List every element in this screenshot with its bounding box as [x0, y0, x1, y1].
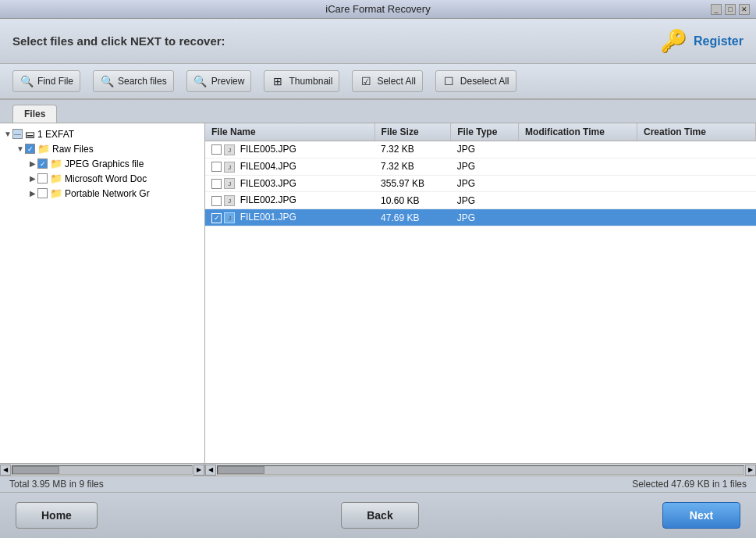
preview-button[interactable]: 🔍 Preview — [186, 70, 252, 92]
checkbox-drive[interactable]: — — [12, 129, 23, 139]
expander-drive[interactable]: ▼ — [3, 130, 12, 139]
cell-modtime-file003 — [519, 175, 637, 192]
filename-text-file005: FILE005.JPG — [240, 144, 296, 155]
find-file-button[interactable]: 🔍 Find File — [12, 70, 80, 92]
tree-label-word: Microsoft Word Doc — [65, 173, 147, 184]
list-scroll-thumb — [218, 466, 264, 474]
expander-raw-files[interactable]: ▼ — [16, 144, 25, 154]
tab-files[interactable]: Files — [12, 105, 57, 123]
list-hscroll: ◀ ▶ — [205, 464, 756, 476]
total-status: Total 3.95 MB in 9 files — [9, 479, 104, 490]
folder-icon-png: 📁 — [50, 187, 62, 199]
tree-label-raw-files: Raw Files — [52, 144, 94, 155]
file-list-panel: File Name File Size File Type Modificati… — [205, 123, 756, 463]
back-button[interactable]: Back — [341, 502, 419, 529]
maximize-button[interactable]: □ — [725, 4, 736, 15]
expander-png[interactable]: ▶ — [28, 189, 37, 198]
row-checkbox-file004[interactable] — [211, 162, 222, 172]
tree-scroll-left[interactable]: ◀ — [0, 465, 11, 476]
filename-text-file001: FILE001.JPG — [240, 212, 296, 223]
select-all-icon: ☑ — [359, 74, 373, 88]
tree-item-drive[interactable]: ▼ — 🖴 1 EXFAT — [0, 126, 204, 141]
cell-filetype-file004: JPG — [451, 158, 519, 175]
expander-jpeg[interactable]: ▶ — [28, 159, 37, 169]
close-button[interactable]: ✕ — [739, 4, 750, 15]
cell-modtime-file005 — [519, 141, 637, 159]
register-button[interactable]: 🔑 Register — [660, 28, 744, 54]
find-file-icon: 🔍 — [20, 74, 34, 88]
cell-modtime-file004 — [519, 158, 637, 175]
tree-item-jpeg[interactable]: ▶ ✓ 📁 JPEG Graphics file — [0, 156, 204, 171]
checkbox-word[interactable] — [37, 173, 48, 183]
next-button[interactable]: Next — [662, 502, 740, 529]
toolbar: 🔍 Find File 🔍 Search files 🔍 Preview ⊞ T… — [0, 64, 756, 100]
checkbox-raw-files[interactable]: ✓ — [25, 144, 35, 154]
cell-filename: J FILE003.JPG — [205, 175, 374, 192]
file-browser: ▼ — 🖴 1 EXFAT ▼ ✓ 📁 Raw Files ▶ ✓ 📁 JPEG… — [0, 123, 756, 463]
table-row[interactable]: J FILE005.JPG 7.32 KB JPG — [205, 141, 756, 159]
file-table-body: J FILE005.JPG 7.32 KB JPG J FILE004.JPG … — [205, 141, 756, 226]
tree-scroll-thumb — [12, 466, 59, 474]
checkbox-png[interactable] — [37, 188, 48, 198]
thumbnail-icon: ⊞ — [271, 74, 285, 88]
file-icon-file002: J — [224, 195, 235, 206]
table-row[interactable]: J FILE002.JPG 10.60 KB JPG — [205, 192, 756, 209]
cell-filename: J FILE004.JPG — [205, 158, 374, 175]
col-header-modtime[interactable]: Modification Time — [519, 123, 637, 141]
cell-filetype-file002: JPG — [451, 192, 519, 209]
col-header-filetype[interactable]: File Type — [451, 123, 519, 141]
tree-item-raw-files[interactable]: ▼ ✓ 📁 Raw Files — [0, 141, 204, 156]
checkbox-jpeg[interactable]: ✓ — [37, 159, 48, 169]
file-icon-file001: J — [224, 212, 235, 223]
row-checkbox-file002[interactable] — [211, 196, 222, 206]
filename-text-file003: FILE003.JPG — [240, 178, 296, 189]
deselect-all-label: Deselect All — [460, 76, 509, 87]
file-icon-file003: J — [224, 178, 235, 189]
cell-filename: J FILE002.JPG — [205, 192, 374, 209]
tree-scroll-track[interactable] — [12, 465, 193, 475]
col-header-filename[interactable]: File Name — [205, 123, 374, 141]
cell-createtime-file002 — [637, 192, 756, 209]
cell-filename: ✓ J FILE001.JPG — [205, 209, 374, 226]
table-row[interactable]: ✓ J FILE001.JPG 47.69 KB JPG — [205, 209, 756, 226]
tree-label-drive: 1 EXFAT — [37, 129, 74, 140]
minimize-button[interactable]: _ — [711, 4, 722, 15]
tab-files-label: Files — [24, 109, 45, 119]
select-all-label: Select All — [377, 76, 415, 87]
row-checkbox-file001[interactable]: ✓ — [211, 213, 222, 223]
tree-item-png[interactable]: ▶ 📁 Portable Network Gr — [0, 186, 204, 201]
cell-modtime-file001 — [519, 209, 637, 226]
table-row[interactable]: J FILE003.JPG 355.97 KB JPG — [205, 175, 756, 192]
selected-status: Selected 47.69 KB in 1 files — [632, 479, 747, 490]
deselect-all-button[interactable]: ☐ Deselect All — [435, 70, 516, 92]
tree-label-jpeg: JPEG Graphics file — [65, 159, 144, 169]
home-button[interactable]: Home — [16, 502, 98, 529]
col-header-createtime[interactable]: Creation Time — [637, 123, 756, 141]
select-all-button[interactable]: ☑ Select All — [352, 70, 422, 92]
list-scroll-left[interactable]: ◀ — [205, 465, 216, 476]
cell-filetype-file005: JPG — [451, 141, 519, 159]
folder-icon-raw: 📁 — [37, 143, 50, 155]
cell-filesize-file002: 10.60 KB — [374, 192, 451, 209]
expander-word[interactable]: ▶ — [28, 174, 37, 183]
list-scroll-track[interactable] — [217, 465, 744, 475]
tree-hscroll: ◀ ▶ — [0, 464, 205, 476]
row-checkbox-file005[interactable] — [211, 144, 222, 155]
folder-tree: ▼ — 🖴 1 EXFAT ▼ ✓ 📁 Raw Files ▶ ✓ 📁 JPEG… — [0, 123, 205, 463]
row-checkbox-file003[interactable] — [211, 179, 222, 189]
search-files-icon: 🔍 — [100, 74, 114, 88]
tree-item-word[interactable]: ▶ 📁 Microsoft Word Doc — [0, 171, 204, 186]
table-row[interactable]: J FILE004.JPG 7.32 KB JPG — [205, 158, 756, 175]
status-bar: Total 3.95 MB in 9 files Selected 47.69 … — [0, 476, 756, 492]
title-bar: iCare Format Recovery _ □ ✕ — [0, 0, 756, 19]
list-scroll-right[interactable]: ▶ — [745, 465, 756, 476]
filename-text-file004: FILE004.JPG — [240, 161, 296, 172]
col-header-filesize[interactable]: File Size — [374, 123, 451, 141]
tree-scroll-right[interactable]: ▶ — [193, 465, 204, 476]
cell-filesize-file004: 7.32 KB — [374, 158, 451, 175]
search-files-button[interactable]: 🔍 Search files — [93, 70, 174, 92]
thumbnail-button[interactable]: ⊞ Thumbnail — [264, 70, 339, 92]
cell-createtime-file004 — [637, 158, 756, 175]
cell-filesize-file001: 47.69 KB — [374, 209, 451, 226]
cell-createtime-file005 — [637, 141, 756, 159]
